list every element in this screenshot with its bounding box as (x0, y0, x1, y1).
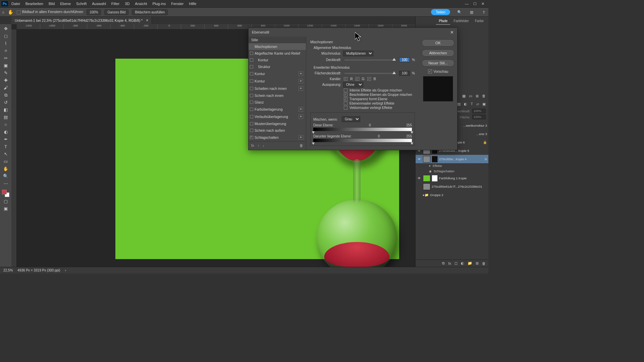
up-icon[interactable]: ↑ (258, 143, 260, 147)
style-satin[interactable]: Glanz (249, 99, 306, 106)
blend-interior-check[interactable]: Interne Effekte als Gruppe mischen (344, 88, 415, 92)
workspace-icon[interactable]: ▥ (469, 9, 474, 15)
fill-opacity-value[interactable] (399, 71, 410, 76)
layer-k4[interactable]: 👁275cd85e...Kopie 4fx (416, 155, 488, 163)
add-ishadow-icon[interactable]: + (299, 86, 303, 91)
hand-tool[interactable]: ✋ (1, 166, 10, 172)
vector-mask-hides-check[interactable]: Vektormaske verbirgt Effekte (344, 106, 415, 110)
delete-icon[interactable]: 🗑 (482, 94, 486, 98)
layer-dropshadow-effect[interactable]: ◉Schlagschatten (416, 169, 488, 174)
tab-close-icon[interactable]: × (146, 18, 148, 23)
channel-b-check[interactable]: ✓ (367, 77, 371, 81)
style-stroke[interactable]: Kontur+ (249, 70, 306, 77)
zoom-tool[interactable]: 🔍 (1, 173, 10, 179)
mask-add-icon[interactable]: ◻ (454, 261, 458, 265)
menu-ebene[interactable]: Ebene (58, 1, 73, 6)
blending-options-item[interactable]: Mischoptionen (249, 43, 306, 50)
export-icon[interactable]: ⇪ (481, 9, 486, 15)
trash-icon[interactable]: 🗑 (482, 261, 486, 265)
add-icon[interactable]: ⊞ (476, 94, 479, 98)
add-grad-icon[interactable]: + (299, 114, 303, 119)
blend-mode-select[interactable]: Multiplizieren (343, 51, 373, 56)
layer-fill1[interactable]: 👁Farbfüllung 1 Kopie (416, 174, 488, 182)
menu-auswahl[interactable]: Auswahl (90, 1, 108, 6)
preview-check[interactable]: ✓Vorschau (428, 69, 448, 73)
collapse-icon[interactable]: ▾ (429, 164, 431, 168)
heal-tool[interactable]: ✚ (1, 77, 10, 83)
fx-badge[interactable]: fx (485, 158, 487, 161)
style-gradient-overlay[interactable]: Verlaufsüberlagerung+ (249, 113, 306, 120)
history-brush-tool[interactable]: ↺ (1, 99, 10, 106)
layer-effects[interactable]: ▾Effekte (416, 163, 488, 169)
tab-farbe[interactable]: Farbe (472, 18, 486, 25)
menu-3d[interactable]: 3D (123, 1, 131, 6)
filter-icon[interactable]: ▦ (462, 94, 466, 98)
channel-r-check[interactable]: ✓ (344, 77, 347, 81)
status-zoom[interactable]: 22,5% (3, 268, 13, 272)
type-tool[interactable]: T (1, 143, 10, 150)
path-tool[interactable]: ↖ (1, 151, 10, 157)
layer-long[interactable]: 275cd85e81dc7f...276c2c23386c01 (416, 182, 488, 191)
menu-bearbeiten[interactable]: Bearbeiten (23, 1, 45, 6)
link-icon[interactable]: ⧉ (442, 261, 445, 265)
stamp-tool[interactable]: ⧉ (1, 92, 10, 98)
style-outer-glow[interactable]: Schein nach außen (249, 127, 306, 134)
status-more-icon[interactable]: › (65, 268, 66, 272)
pen-tool[interactable]: ✒ (1, 136, 10, 142)
menu-plugins[interactable]: Plug-ins (150, 1, 168, 6)
add-drop-icon[interactable]: + (299, 135, 303, 140)
brush-tool[interactable]: 🖌 (1, 84, 10, 91)
adjust-icon[interactable]: ◐ (461, 261, 464, 265)
style-texture[interactable]: Struktur (249, 63, 306, 70)
wand-tool[interactable]: ✧ (1, 48, 10, 54)
menu-filter[interactable]: Filter (109, 1, 121, 6)
zoom-100-button[interactable]: 100% (87, 9, 101, 15)
close-icon[interactable]: ✕ (481, 2, 484, 6)
dialog-titlebar[interactable]: Ebenenstil ✕ (249, 28, 457, 37)
layer-mask-hides-check[interactable]: Ebenenmaske verbirgt Effekte (344, 102, 415, 105)
shape-filter-icon[interactable]: ▱ (476, 102, 479, 106)
style-inner-glow[interactable]: Schein nach innen (249, 92, 306, 99)
underlying-gradient[interactable] (313, 139, 412, 142)
folder-new-icon[interactable]: 📁 (468, 261, 472, 265)
this-layer-gradient[interactable] (313, 128, 412, 131)
screenmode-tool[interactable]: ▣ (1, 205, 10, 212)
fill-input[interactable] (472, 115, 486, 119)
fill-opacity-slider[interactable] (344, 73, 396, 74)
maximize-icon[interactable]: ☐ (473, 2, 477, 6)
mask-icon[interactable]: ▭ (469, 94, 472, 98)
hand-tool-icon[interactable]: ✋ (8, 9, 13, 15)
frame-tool[interactable]: ▣ (1, 62, 10, 69)
ruler-vertical[interactable] (11, 29, 17, 267)
style-color-overlay[interactable]: Farbüberlagerung+ (249, 106, 306, 113)
tab-pfade[interactable]: Pfade (436, 18, 450, 25)
menu-schrift[interactable]: Schrift (74, 1, 89, 6)
adjust-filter-icon[interactable]: ◐ (464, 102, 467, 106)
ok-button[interactable]: OK (422, 39, 454, 47)
move-tool[interactable]: ✥ (1, 25, 10, 32)
home-icon[interactable]: ⌂ (2, 10, 4, 14)
share-button[interactable]: Teilen (431, 9, 450, 15)
add-color-icon[interactable]: + (299, 107, 303, 112)
type-filter-icon[interactable]: T (471, 102, 473, 106)
transparency-shapes-check[interactable]: ✓Transparenz formt Ebene (344, 97, 415, 101)
menu-ansicht[interactable]: Ansicht (133, 1, 149, 6)
document-tab[interactable]: Unbenannt-1 bei 22,5% (275cd85e81dc7f4f4… (11, 17, 152, 24)
styles-header[interactable]: Stile (249, 37, 306, 43)
blend-clipped-check[interactable]: ✓Beschnittene Ebenen als Gruppe mischen (344, 93, 415, 97)
shape-tool[interactable]: ▭ (1, 158, 10, 165)
gradient-tool[interactable]: ▤ (1, 114, 10, 120)
style-drop-shadow[interactable]: Schlagschatten+ (249, 134, 306, 141)
effect-vis-icon[interactable]: ◉ (429, 170, 432, 173)
tab-farbfelder[interactable]: Farbfelder (451, 18, 472, 25)
search-icon[interactable]: 🔍 (457, 9, 462, 15)
add-stroke-icon[interactable]: + (299, 71, 303, 76)
pixel-filter-icon[interactable]: ▨ (457, 102, 461, 106)
cancel-button[interactable]: Abbrechen (422, 49, 454, 57)
fx-menu-icon[interactable]: fx (251, 143, 254, 147)
crop-tool[interactable]: ✂ (1, 55, 10, 61)
dialog-close-icon[interactable]: ✕ (450, 30, 454, 35)
fill-screen-button[interactable]: Bildschirm ausfüllen (132, 9, 168, 15)
menu-bild[interactable]: Bild (47, 1, 57, 6)
visibility-icon[interactable]: 👁 (417, 157, 422, 161)
